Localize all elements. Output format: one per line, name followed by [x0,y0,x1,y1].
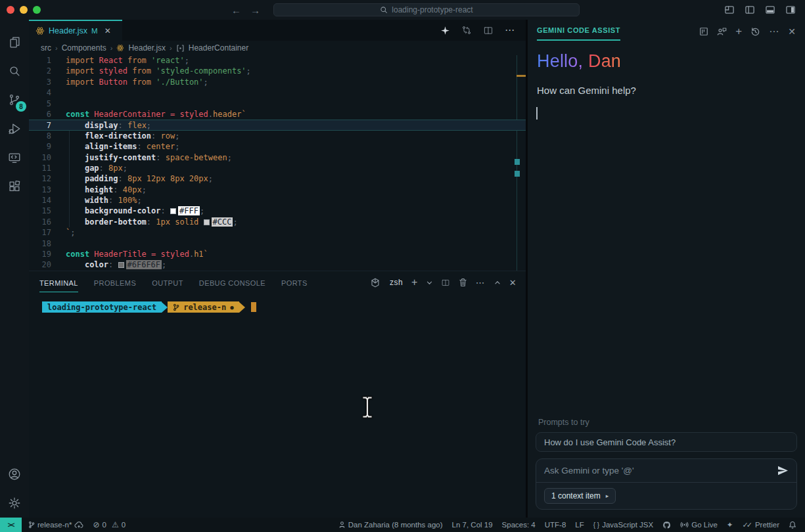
go-live-status[interactable]: Go Live [676,518,722,532]
code-editor[interactable]: 1import React from 'react';2import style… [29,55,526,271]
code-line[interactable]: 2import styled from 'styled-components'; [29,66,526,76]
explorer-icon[interactable] [0,28,29,56]
gemini-sparkle-icon[interactable] [440,26,450,35]
code-line[interactable]: 14 width: 100%; [29,195,526,206]
code-line[interactable]: 8 flex-direction: row; [29,131,526,141]
terminal-viewport[interactable]: loading-prototype-react release-n ● [29,294,526,518]
breadcrumb-item-file[interactable]: Header.jsx [128,43,166,53]
trash-icon[interactable] [459,278,467,287]
gemini-input-placeholder[interactable]: Ask Gemini or type '@' [544,466,634,476]
tab-close-icon[interactable]: ✕ [104,26,111,35]
gemini-panel-tab[interactable]: GEMINI CODE ASSIST [537,26,620,41]
color-swatch[interactable] [118,262,124,268]
code-line[interactable]: 9 align-items: center; [29,141,526,152]
code-token: header [213,110,241,119]
panel-tab-output[interactable]: OUTPUT [152,273,183,292]
panel-tab-debug-console[interactable]: DEBUG CONSOLE [199,273,265,292]
code-line[interactable]: 12 padding: 8px 12px 8px 20px; [29,173,526,184]
code-token: align-items [85,142,137,151]
code-line[interactable]: 16 border-bottom: 1px solid #CCC; [29,217,526,227]
toggle-panel-icon[interactable] [766,5,775,14]
code-line[interactable]: 13 height: 40px; [29,185,526,195]
panel-tab-terminal[interactable]: TERMINAL [39,273,78,292]
run-debug-icon[interactable] [0,114,29,143]
search-sidebar-icon[interactable] [0,56,29,85]
history-icon[interactable] [750,27,760,37]
github-status[interactable] [658,518,676,532]
toggle-secondary-sidebar-icon[interactable] [786,5,796,14]
code-line[interactable]: 4 [29,87,526,98]
panel-tab-ports[interactable]: PORTS [281,273,308,292]
close-panel-icon[interactable]: ✕ [788,26,796,37]
prettier-status[interactable]: ✓✓ Prettier [737,518,784,532]
code-line[interactable]: 19const HeaderTitle = styled.h1` [29,249,526,259]
sparkle-status[interactable]: ✦ [722,518,738,532]
suggested-prompt[interactable]: How do I use Gemini Code Assist? [536,432,797,452]
close-panel-icon[interactable]: ✕ [509,278,517,288]
zoom-window-button[interactable] [33,6,41,14]
code-line[interactable]: 18 [29,238,526,249]
editor-more-actions-icon[interactable]: ⋯ [505,24,515,36]
encoding-status[interactable]: UTF-8 [540,518,571,532]
git-blame-status[interactable]: Dan Zaharia (8 months ago) [334,518,448,532]
code-token: 'styled-components' [156,66,246,76]
code-line[interactable]: 11 gap: 8px; [29,163,526,173]
panel-more-actions-icon[interactable]: ⋯ [769,26,779,37]
remote-explorer-icon[interactable] [0,143,29,172]
split-editor-icon[interactable] [483,26,494,35]
error-icon: ⊘ [93,520,99,529]
account-icon[interactable] [0,460,29,489]
output-log-icon[interactable] [699,27,708,36]
branch-status[interactable]: release-n* [22,518,88,532]
feedback-icon[interactable] [717,27,727,36]
context-items-button[interactable]: 1 context item ▸ [544,488,616,504]
problems-status[interactable]: ⊘ 0 ⚠ 0 [88,518,130,532]
panel-tab-problems[interactable]: PROBLEMS [94,273,136,292]
language-mode-status[interactable]: { } JavaScript JSX [589,518,658,532]
open-changes-icon[interactable] [461,25,472,35]
command-center-search[interactable]: loading-prototype-react [273,3,580,16]
code-line[interactable]: 17`; [29,227,526,238]
cursor-position-status[interactable]: Ln 7, Col 19 [448,518,497,532]
new-chat-icon[interactable]: + [735,25,742,38]
code-token: styled [161,250,189,259]
tab-header-jsx[interactable]: Header.jsx M ✕ [29,20,122,41]
extensions-icon[interactable] [0,172,29,201]
terminal-name-label[interactable]: zsh [390,278,403,287]
sync-cloud-icon[interactable] [74,521,83,529]
close-window-button[interactable] [7,6,14,14]
source-control-icon[interactable]: 8 [0,85,29,114]
breadcrumb-item-src[interactable]: src [41,43,51,53]
code-line[interactable]: 7 display: flex; [29,120,526,130]
code-line[interactable]: 20 color: #6F6F6F; [29,259,526,270]
remote-indicator[interactable]: >< [0,518,22,532]
customize-layout-icon[interactable] [725,5,735,14]
toggle-sidebar-icon[interactable] [745,5,755,14]
settings-gear-icon[interactable] [0,489,29,518]
nav-back-button[interactable]: ← [231,5,241,16]
eol-status[interactable]: LF [570,518,588,532]
breadcrumb-item-components[interactable]: Components [62,43,106,53]
git-branch-icon [28,521,35,529]
chevron-up-icon[interactable] [494,280,501,285]
nav-forward-button[interactable]: → [250,5,260,16]
new-terminal-icon[interactable]: + [411,277,418,288]
send-icon[interactable] [777,466,789,476]
code-token: import [66,78,99,87]
minimize-window-button[interactable] [20,6,28,14]
gemini-input-box[interactable]: Ask Gemini or type '@' 1 context item ▸ [536,458,797,510]
split-terminal-icon[interactable] [441,278,450,287]
indentation-status[interactable]: Spaces: 4 [497,518,540,532]
code-line[interactable]: 6const HeaderContainer = styled.header` [29,109,526,120]
code-line[interactable]: 1import React from 'react'; [29,55,526,66]
color-swatch[interactable] [170,208,176,214]
breadcrumb-item-symbol[interactable]: HeaderContainer [189,43,248,53]
panel-more-actions-icon[interactable]: ⋯ [476,277,486,288]
color-swatch[interactable] [204,219,210,225]
code-line[interactable]: 3import Button from './Button'; [29,77,526,87]
code-line[interactable]: 10 justify-content: space-between; [29,152,526,163]
code-line[interactable]: 5 [29,99,526,109]
chevron-down-icon[interactable] [426,280,432,285]
notifications-status[interactable] [784,518,801,532]
code-line[interactable]: 15 background-color: #FFF; [29,206,526,216]
